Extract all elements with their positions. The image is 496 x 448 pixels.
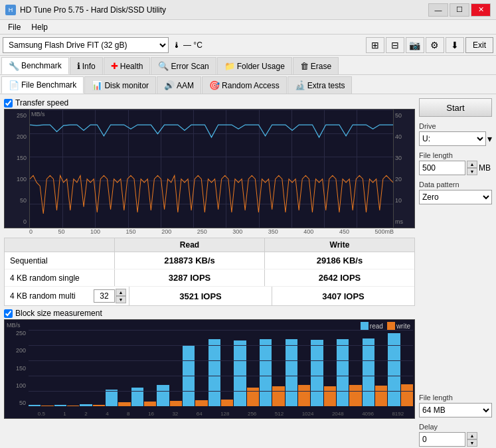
x-4: 4 [106,411,108,417]
window-controls[interactable]: — ☐ ✕ [428,3,491,17]
file-length-up-button[interactable]: ▲ [467,161,477,168]
toolbar-btn-4[interactable]: ⚙ [426,37,444,53]
toolbar-btn-1[interactable]: ⊞ [366,37,384,53]
y-left-100: 100 [5,176,28,183]
main-content: Transfer speed 250 200 150 100 50 0 [0,94,496,448]
drive-dropdown[interactable]: U: [419,131,486,146]
transfer-speed-section: Transfer speed 250 200 150 100 50 0 [4,98,415,235]
tab-benchmark[interactable]: 🔧 Benchmark [1,57,69,74]
tab-extra-tests[interactable]: 🔬 Extra tests [288,76,353,94]
block-y-axis: 250 200 150 100 50 [6,330,26,406]
x-32: 32 [172,411,178,417]
app-icon: H [5,5,16,15]
start-button[interactable]: Start [419,98,492,117]
file-length-label: File length [419,151,492,159]
menu-help[interactable]: Help [26,21,53,33]
tab-benchmark-label: Benchmark [21,61,62,70]
disk-monitor-icon: 📊 [92,80,102,90]
toolbar-btn-2[interactable]: ⊟ [386,37,404,53]
result-row-4kb-single: 4 KB random single 3287 IOPS 2642 IOPS [5,269,414,287]
close-button[interactable]: ✕ [471,3,491,17]
y-right-40: 40 [395,133,414,140]
delay-input[interactable] [419,432,465,447]
drive-control: Drive U: ▾ [419,122,492,146]
queue-down-button[interactable]: ▼ [116,296,126,303]
delay-up-button[interactable]: ▲ [467,432,477,439]
transfer-speed-checkbox[interactable] [4,99,13,108]
tab-info[interactable]: ℹ Info [70,57,103,74]
transfer-speed-title: Transfer speed [4,98,415,108]
y-left-200: 200 [5,133,28,140]
temp-value: — °C [183,40,203,50]
x-1024: 1024 [302,411,314,417]
tab-aam[interactable]: 🔊 AAM [157,76,201,94]
exit-button[interactable]: Exit [465,37,493,53]
queue-up-button[interactable]: ▲ [116,289,126,296]
x-500mb: 500mB [374,228,394,235]
x-16: 16 [148,411,154,417]
data-pattern-dropdown[interactable]: Zero Random 0xFF [419,190,492,204]
tab-folder-usage[interactable]: 📁 Folder Usage [217,57,292,74]
x-128: 128 [220,411,229,417]
x-2: 2 [84,411,87,417]
block-size-title-row: Block size measurement [4,309,415,318]
tab-file-benchmark[interactable]: 📄 File Benchmark [1,76,84,94]
block-x-axis: 0.5 1 2 4 8 16 32 64 128 256 512 1024 20… [29,411,413,417]
tab-error-scan[interactable]: 🔍 Error Scan [151,57,216,74]
block-size-section: Block size measurement MB/s read write [4,309,415,447]
x-350: 350 [268,228,278,235]
file-length-input[interactable] [419,161,465,175]
menu-file[interactable]: File [3,21,26,33]
delay-control: Delay ▲ ▼ [419,423,492,447]
result-label-4kb-single: 4 KB random single [5,270,114,286]
y-left-50: 50 [5,197,28,204]
tab-extra-tests-label: Extra tests [307,81,345,90]
drive-label: Drive [419,122,492,130]
y-right-50: 50 [395,112,414,119]
file-length-unit: MB [479,163,491,173]
x-1: 1 [63,411,66,417]
tab-erase-label: Erase [311,62,331,71]
col-write-header: Write [265,238,414,252]
tab-disk-monitor[interactable]: 📊 Disk monitor [84,76,156,94]
erase-icon: 🗑 [300,61,309,71]
delay-down-button[interactable]: ▼ [467,439,477,447]
x-150: 150 [126,228,136,235]
file-length-down-button[interactable]: ▼ [467,168,477,175]
tabs-row2: 📄 File Benchmark 📊 Disk monitor 🔊 AAM 🎯 … [0,75,496,94]
y-left-250: 250 [5,112,28,119]
y-left-0: 0 [5,218,28,225]
drive-bar: Samsung Flash Drive FIT (32 gB) 🌡 — °C ⊞… [0,35,496,56]
right-spacer [419,210,492,388]
result-read-4kb-multi: 3521 IOPS [129,288,272,305]
tab-random-access[interactable]: 🎯 Random Access [202,76,287,94]
transfer-speed-label: Transfer speed [15,98,68,108]
x-100: 100 [90,228,100,235]
toolbar-btn-3[interactable]: 📷 [406,37,424,53]
tab-disk-monitor-label: Disk monitor [104,81,149,90]
drive-selector[interactable]: Samsung Flash Drive FIT (32 gB) [3,37,169,53]
block-y-200: 200 [6,347,26,354]
tab-erase[interactable]: 🗑 Erase [293,57,339,74]
queue-spinner: ▲ ▼ [116,289,126,303]
results-table: Read Write Sequential 218873 KB/s 29186 … [4,238,415,306]
result-read-4kb-single: 3287 IOPS [115,269,264,286]
data-pattern-label: Data pattern [419,181,492,188]
health-icon: ✚ [111,61,118,71]
benchmark-icon: 🔧 [9,61,19,71]
minimize-button[interactable]: — [428,3,448,17]
legend-write-color [387,322,395,330]
queue-depth-input[interactable] [94,289,115,303]
x-50: 50 [58,228,65,235]
window-title: HD Tune Pro 5.75 - Hard Disk/SSD Utility [20,5,428,15]
toolbar-btn-5[interactable]: ⬇ [446,37,464,53]
block-size-checkbox[interactable] [4,309,13,318]
drive-dropdown-arrow[interactable]: ▾ [487,133,492,144]
maximize-button[interactable]: ☐ [450,3,469,17]
tab-health[interactable]: ✚ Health [104,57,151,74]
temp-display: 🌡 — °C [173,40,203,50]
thermometer-icon: 🌡 [173,40,181,50]
x-8192: 8192 [392,411,404,417]
file-length2-dropdown[interactable]: 64 MB 128 MB 256 MB [419,403,492,417]
tab-aam-label: AAM [177,81,194,90]
